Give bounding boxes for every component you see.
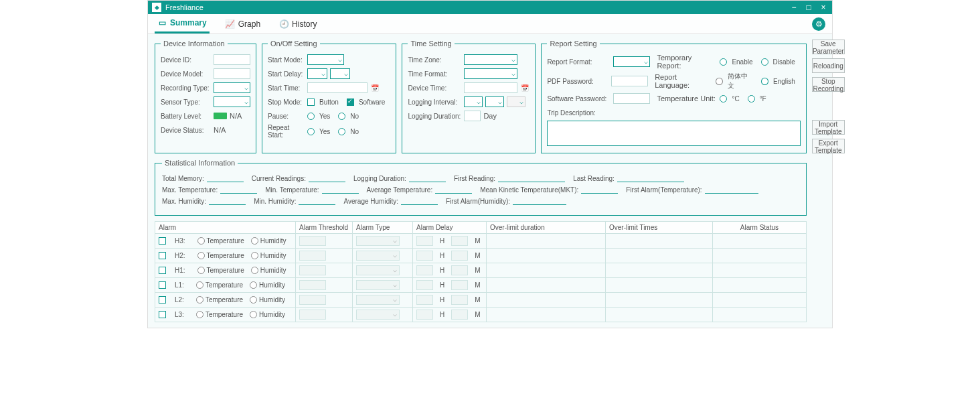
- th-overtimes: Over-limit Times: [606, 222, 713, 234]
- stat-maxtemp-label: Max. Temperature:: [162, 186, 218, 194]
- alarm-type-select[interactable]: [356, 295, 400, 305]
- alarm-threshold-field[interactable]: [299, 236, 326, 246]
- alarm-threshold-field[interactable]: [299, 265, 326, 275]
- alarm-delay-h-field[interactable]: [416, 236, 433, 246]
- alarm-temp-radio[interactable]: [197, 252, 205, 259]
- alarm-type-select[interactable]: [356, 310, 400, 320]
- alarm-type-select[interactable]: [356, 280, 400, 290]
- alarm-row-check[interactable]: [159, 296, 166, 304]
- repeat-yes-radio[interactable]: [307, 128, 315, 135]
- loginterval-select1[interactable]: [464, 96, 483, 107]
- alarm-delay-m-field[interactable]: [451, 251, 468, 261]
- lang-cn-radio[interactable]: [716, 78, 723, 85]
- disable-radio[interactable]: [761, 58, 768, 66]
- celsius-radio[interactable]: [720, 95, 727, 103]
- disable-label: Disable: [773, 58, 795, 66]
- stop-button-check[interactable]: [307, 98, 315, 106]
- calendar-icon[interactable]: 📅: [370, 83, 380, 92]
- sensor-type-select[interactable]: [214, 96, 250, 107]
- loginterval-select3[interactable]: [507, 96, 525, 107]
- pause-no-radio[interactable]: [338, 113, 345, 120]
- swpass-field[interactable]: [613, 93, 650, 104]
- alarm-delay-m-field[interactable]: [451, 280, 468, 290]
- start-delay-label: Start Delay:: [268, 70, 305, 78]
- alarm-hum-label: Humidity: [259, 281, 285, 289]
- alarm-temp-radio[interactable]: [196, 311, 203, 318]
- enable-radio[interactable]: [720, 58, 727, 66]
- alarm-type-select[interactable]: [356, 251, 400, 261]
- recording-type-select[interactable]: [214, 82, 250, 93]
- alarm-temp-radio[interactable]: [196, 296, 203, 304]
- stop-recording-button[interactable]: Stop Recording: [812, 77, 845, 92]
- timeformat-select[interactable]: [464, 68, 517, 79]
- start-time-field[interactable]: [307, 82, 368, 93]
- alarm-hum-radio[interactable]: [251, 252, 258, 259]
- close-button[interactable]: ×: [819, 3, 828, 12]
- alarm-temp-radio[interactable]: [197, 237, 205, 245]
- calendar-icon-2[interactable]: 📅: [520, 83, 529, 92]
- tab-summary[interactable]: ▭ Summary: [155, 14, 210, 34]
- devicetime-field[interactable]: [464, 82, 517, 93]
- repeat-no-radio[interactable]: [338, 128, 345, 135]
- titlebar: ◆ Freshliance − □ ×: [148, 1, 832, 14]
- alarm-threshold-field[interactable]: [299, 251, 326, 261]
- lang-en-radio[interactable]: [761, 78, 768, 85]
- start-mode-select[interactable]: [307, 54, 344, 65]
- alarm-temp-radio[interactable]: [196, 281, 203, 289]
- tab-graph[interactable]: 📈 Graph: [223, 15, 263, 33]
- save-parameter-button[interactable]: Save Parameter: [812, 40, 845, 54]
- delay-h-label: H: [440, 311, 444, 318]
- device-id-field[interactable]: [214, 54, 250, 65]
- alarm-row-check[interactable]: [159, 252, 166, 259]
- fahrenheit-radio[interactable]: [748, 95, 755, 103]
- tab-history[interactable]: 🕘 History: [276, 15, 319, 33]
- alarm-delay-h-field[interactable]: [416, 295, 433, 305]
- timezone-label: Time Zone:: [408, 56, 461, 64]
- alarm-threshold-field[interactable]: [299, 295, 326, 305]
- alarm-delay-h-field[interactable]: [416, 310, 433, 320]
- alarm-hum-label: Humidity: [260, 252, 287, 259]
- reloading-button[interactable]: Reloading: [812, 58, 845, 73]
- alarm-hum-radio[interactable]: [250, 311, 257, 318]
- timezone-select[interactable]: [464, 54, 517, 65]
- minimize-button[interactable]: −: [789, 3, 799, 12]
- logduration-field[interactable]: [464, 111, 481, 121]
- export-template-button[interactable]: Export Template: [812, 139, 845, 153]
- alarm-delay-h-field[interactable]: [416, 251, 433, 261]
- start-delay-select2[interactable]: [330, 68, 350, 79]
- table-row: L3:TemperatureHumidityHM: [155, 308, 807, 322]
- alarm-row-check[interactable]: [159, 311, 166, 318]
- pause-label: Pause:: [268, 113, 305, 120]
- alarm-type-select[interactable]: [356, 236, 400, 246]
- alarm-hum-radio[interactable]: [251, 267, 258, 274]
- stop-software-check[interactable]: [347, 98, 354, 106]
- alarm-delay-m-field[interactable]: [451, 295, 468, 305]
- loginterval-select2[interactable]: [485, 96, 504, 107]
- settings-gear-icon[interactable]: ⚙: [812, 17, 825, 31]
- alarm-hum-radio[interactable]: [250, 281, 257, 289]
- alarm-type-select[interactable]: [356, 265, 400, 275]
- alarm-hum-radio[interactable]: [250, 296, 257, 304]
- alarm-row-name: H1:: [175, 267, 185, 274]
- alarm-threshold-field[interactable]: [299, 280, 326, 290]
- reportformat-select[interactable]: [613, 56, 650, 67]
- alarm-temp-radio[interactable]: [197, 267, 205, 274]
- alarm-threshold-field[interactable]: [299, 310, 326, 320]
- pdfpass-field[interactable]: [611, 76, 648, 86]
- alarm-delay-m-field[interactable]: [451, 310, 468, 320]
- alarm-delay-m-field[interactable]: [451, 236, 468, 246]
- alarm-delay-h-field[interactable]: [416, 265, 433, 275]
- device-model-field[interactable]: [214, 68, 250, 79]
- alarm-row-check[interactable]: [159, 267, 166, 274]
- pause-yes-radio[interactable]: [307, 113, 315, 120]
- alarm-delay-h-field[interactable]: [416, 280, 433, 290]
- alarm-row-check[interactable]: [159, 281, 166, 289]
- maximize-button[interactable]: □: [804, 3, 813, 12]
- alarm-hum-radio[interactable]: [251, 237, 258, 245]
- alarm-delay-m-field[interactable]: [451, 265, 468, 275]
- stop-button-label: Button: [319, 98, 339, 106]
- start-delay-select1[interactable]: [307, 68, 327, 79]
- tripdesc-textarea[interactable]: [547, 121, 801, 146]
- import-template-button[interactable]: Import Template: [812, 120, 845, 135]
- alarm-row-check[interactable]: [159, 237, 166, 245]
